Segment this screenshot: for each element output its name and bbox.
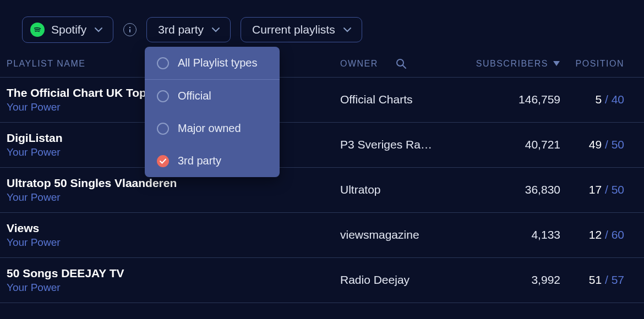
svg-rect-1 [129, 29, 130, 32]
scope-label: Current playlists [252, 23, 335, 36]
radio-checked-icon [157, 155, 169, 167]
table-row[interactable]: 50 Songs DEEJAY TV Your Power Radio Deej… [0, 258, 644, 303]
cell-position: 12 / 60 [560, 228, 637, 241]
search-icon[interactable] [396, 58, 407, 69]
cell-owner: Ultratop [340, 183, 456, 196]
dropdown-option-label: Major owned [178, 122, 241, 135]
cell-subscribers: 40,721 [456, 138, 560, 151]
header-subscribers[interactable]: SUBSCRIBERS [476, 59, 548, 69]
cell-position: 51 / 57 [560, 273, 637, 287]
type-dropdown: All Playlist types OfficialMajor owned3r… [145, 47, 280, 177]
track-name[interactable]: Your Power [7, 191, 340, 205]
radio-unchecked-icon [157, 90, 169, 102]
track-name[interactable]: Your Power [7, 236, 340, 250]
type-filter[interactable]: 3rd party [146, 17, 231, 42]
cell-subscribers: 4,133 [456, 228, 560, 241]
cell-name: Views Your Power [7, 221, 340, 250]
playlist-title: Views [7, 221, 340, 235]
track-name[interactable]: Your Power [7, 281, 340, 295]
cell-owner: Official Charts [340, 93, 456, 106]
cell-position: 49 / 50 [560, 138, 637, 151]
radio-unchecked-icon [157, 123, 169, 135]
cell-position: 17 / 50 [560, 183, 637, 196]
playlist-title: Ultratop 50 Singles Vlaanderen [7, 175, 340, 190]
spotify-icon [30, 23, 45, 37]
filter-bar: Spotify 3rd party Current playlists [0, 0, 644, 58]
info-button[interactable] [123, 23, 137, 36]
cell-owner: Radio Deejay [340, 273, 456, 287]
dropdown-option[interactable]: 3rd party [145, 145, 280, 177]
cell-owner: P3 Sveriges Ra… [340, 138, 456, 151]
svg-point-2 [397, 59, 403, 66]
scope-filter[interactable]: Current playlists [241, 17, 362, 42]
cell-subscribers: 146,759 [456, 93, 560, 106]
cell-position: 5 / 40 [560, 93, 637, 106]
chevron-down-icon [211, 27, 220, 32]
dropdown-header-label: All Playlist types [178, 57, 258, 69]
table-header: PLAYLIST NAME OWNER SUBSCRIBERS POSITION [0, 58, 644, 78]
chevron-down-icon [343, 27, 352, 32]
dropdown-option[interactable]: Major owned [145, 112, 280, 145]
playlist-title: 50 Songs DEEJAY TV [7, 266, 340, 280]
dropdown-option-label: 3rd party [178, 155, 221, 167]
radio-unchecked-icon [157, 57, 169, 69]
table-body: The Official Chart UK Top 40 Your Power … [0, 78, 644, 303]
dropdown-option[interactable]: Official [145, 80, 280, 112]
type-label: 3rd party [158, 23, 204, 36]
table-row[interactable]: Views Your Power viewsmagazine 4,133 12 … [0, 213, 644, 258]
platform-label: Spotify [51, 23, 86, 36]
cell-name: 50 Songs DEEJAY TV Your Power [7, 266, 340, 295]
header-position[interactable]: POSITION [560, 59, 637, 69]
cell-subscribers: 36,830 [456, 183, 560, 196]
dropdown-option-label: Official [178, 90, 211, 102]
cell-owner: viewsmagazine [340, 228, 456, 241]
cell-name: Ultratop 50 Singles Vlaanderen Your Powe… [7, 175, 340, 205]
table-row[interactable]: The Official Chart UK Top 40 Your Power … [0, 78, 644, 123]
table-row[interactable]: Ultratop 50 Singles Vlaanderen Your Powe… [0, 168, 644, 213]
sort-desc-icon[interactable] [553, 61, 560, 67]
table-row[interactable]: DigiListan Your Power P3 Sveriges Ra… 40… [0, 123, 644, 168]
header-owner[interactable]: OWNER [340, 59, 378, 69]
platform-filter[interactable]: Spotify [22, 16, 113, 43]
chevron-down-icon [94, 27, 103, 32]
cell-subscribers: 3,992 [456, 273, 560, 287]
dropdown-all-types[interactable]: All Playlist types [145, 47, 280, 80]
svg-line-3 [403, 65, 406, 68]
svg-point-0 [129, 27, 130, 28]
